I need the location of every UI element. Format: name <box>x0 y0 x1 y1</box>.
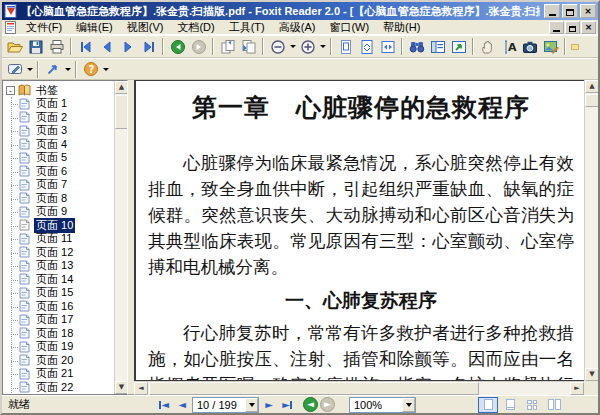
bookmark-item[interactable]: 页面 8 <box>3 192 114 206</box>
bookmark-item[interactable]: 页面 5 <box>3 151 114 165</box>
find-button[interactable] <box>406 37 427 56</box>
bookmark-item[interactable]: 页面 17 <box>3 313 114 327</box>
continuous-facing-button[interactable] <box>544 397 564 413</box>
bookmarks-scrollbar[interactable]: ▲ ▼ <box>114 81 127 394</box>
last-page-button[interactable] <box>138 37 159 56</box>
clipped-toolbar-button[interactable] <box>570 37 580 56</box>
bookmark-item[interactable]: 页面 7 <box>3 178 114 192</box>
actual-size-button[interactable] <box>335 37 356 56</box>
doc-restore-button[interactable] <box>565 21 580 34</box>
next-view-button[interactable] <box>188 37 209 56</box>
full-screen-button[interactable] <box>448 37 469 56</box>
pdf-page[interactable]: 第一章 心脏骤停的急救程序 心脏骤停为临床最紧急情况，系心脏突然停止有效排血，致… <box>134 80 584 381</box>
drawing-tool-dropdown[interactable] <box>63 60 72 79</box>
select-text-button[interactable]: A <box>498 37 519 56</box>
prev-page-button[interactable]: ◄ <box>174 398 190 412</box>
bookmarks-root[interactable]: - 书签 <box>3 83 114 97</box>
scroll-up-icon[interactable]: ▲ <box>585 80 598 93</box>
bookmark-item[interactable]: 页面 9 <box>3 205 114 219</box>
menu-item[interactable]: 文档(D) <box>170 19 221 36</box>
drawing-tool-button[interactable] <box>42 60 63 79</box>
previous-view-button[interactable]: ◄ <box>303 397 318 412</box>
help-button[interactable]: ? <box>80 60 101 79</box>
scroll-left-icon[interactable]: ◄ <box>134 382 148 395</box>
typewriter-dropdown[interactable] <box>25 60 34 79</box>
bookmarks-book-icon <box>18 84 31 96</box>
bookmark-item[interactable]: 页面 14 <box>3 273 114 287</box>
snapshot-button[interactable] <box>519 37 540 56</box>
bookmark-item[interactable]: 页面 2 <box>3 111 114 125</box>
save-button[interactable] <box>25 37 46 56</box>
next-page-button[interactable] <box>117 37 138 56</box>
rotate-left-button[interactable] <box>217 37 238 56</box>
page-number-combo[interactable]: 10 / 199 <box>192 397 259 413</box>
typewriter-tool-button[interactable] <box>4 60 25 79</box>
document-scrollbar-thumb[interactable] <box>585 94 598 107</box>
minimize-button[interactable] <box>544 4 560 18</box>
bookmark-item[interactable]: 页面 3 <box>3 124 114 138</box>
zoom-out-dropdown[interactable] <box>288 37 297 56</box>
fit-page-button[interactable] <box>356 37 377 56</box>
bookmark-item[interactable]: 页面 18 <box>3 327 114 341</box>
close-button[interactable]: × <box>580 4 596 18</box>
bookmark-item[interactable]: 页面 16 <box>3 300 114 314</box>
scroll-down-icon[interactable]: ▼ <box>115 381 128 394</box>
bookmark-item[interactable]: 页面 15 <box>3 286 114 300</box>
bookmark-item[interactable]: 页面 10 <box>3 219 114 233</box>
scroll-down-icon[interactable]: ▼ <box>585 368 598 381</box>
bookmark-item[interactable]: 页面 1 <box>3 97 114 111</box>
menu-item[interactable]: 窗口(W) <box>322 19 376 36</box>
first-page-button[interactable] <box>75 37 96 56</box>
zoom-in-button[interactable] <box>297 37 318 56</box>
menu-item[interactable]: 帮助(H) <box>376 19 427 36</box>
zoom-combo[interactable]: 100% <box>349 397 416 413</box>
bookmark-page-icon <box>18 287 31 299</box>
rotate-right-button[interactable] <box>238 37 259 56</box>
previous-view-button[interactable] <box>167 37 188 56</box>
first-page-button[interactable]: ◄ <box>156 398 172 412</box>
prev-page-button[interactable] <box>96 37 117 56</box>
menu-item[interactable]: 视图(V) <box>120 19 171 36</box>
menu-item[interactable]: 文件(F) <box>19 19 69 36</box>
scroll-right-icon[interactable]: ► <box>570 382 584 395</box>
document-horizontal-scrollbar[interactable]: ◄ ► <box>134 381 584 395</box>
bookmark-item[interactable]: 页面 20 <box>3 354 114 368</box>
fit-width-button[interactable] <box>377 37 398 56</box>
bookmark-item[interactable]: 页面 13 <box>3 259 114 273</box>
print-button[interactable] <box>46 37 67 56</box>
horizontal-scrollbar-thumb[interactable] <box>149 382 479 395</box>
bookmark-item[interactable]: 页面 22 <box>3 381 114 395</box>
bookmark-item[interactable]: 页面 6 <box>3 165 114 179</box>
collapse-expander-icon[interactable]: - <box>6 86 15 95</box>
facing-button[interactable] <box>522 397 542 413</box>
chevron-down-icon[interactable] <box>402 398 415 412</box>
doc-close-button[interactable]: × <box>581 21 596 34</box>
doc-minimize-button[interactable] <box>549 21 564 34</box>
menu-item[interactable]: 编辑(E) <box>69 19 120 36</box>
help-dropdown[interactable] <box>101 60 110 79</box>
select-image-button[interactable] <box>540 37 561 56</box>
maximize-button[interactable] <box>562 4 578 18</box>
bookmark-item[interactable]: 页面 11 <box>3 232 114 246</box>
hand-tool-button[interactable] <box>477 37 498 56</box>
scroll-up-icon[interactable]: ▲ <box>115 81 128 94</box>
next-page-button[interactable]: ► <box>261 398 277 412</box>
bookmark-item[interactable]: 页面 19 <box>3 340 114 354</box>
menu-item[interactable]: 工具(T) <box>222 19 272 36</box>
zoom-out-button[interactable] <box>267 37 288 56</box>
pdf-document-icon[interactable] <box>4 21 17 34</box>
document-vertical-scrollbar[interactable]: ▲ ▼ <box>584 80 598 381</box>
menu-item[interactable]: 高级(A) <box>272 19 323 36</box>
open-button[interactable] <box>4 37 25 56</box>
bookmark-item[interactable]: 页面 21 <box>3 367 114 381</box>
next-view-button[interactable]: ► <box>320 397 335 412</box>
bookmark-item[interactable]: 页面 12 <box>3 246 114 260</box>
bookmark-item[interactable]: 页面 4 <box>3 138 114 152</box>
bookmarks-scrollbar-thumb[interactable] <box>115 95 128 129</box>
navigation-panels-button[interactable] <box>427 37 448 56</box>
last-page-button[interactable]: ► <box>279 398 295 412</box>
single-page-button[interactable] <box>478 397 498 413</box>
continuous-button[interactable] <box>500 397 520 413</box>
zoom-in-dropdown[interactable] <box>318 37 327 56</box>
chevron-down-icon[interactable] <box>245 398 258 412</box>
